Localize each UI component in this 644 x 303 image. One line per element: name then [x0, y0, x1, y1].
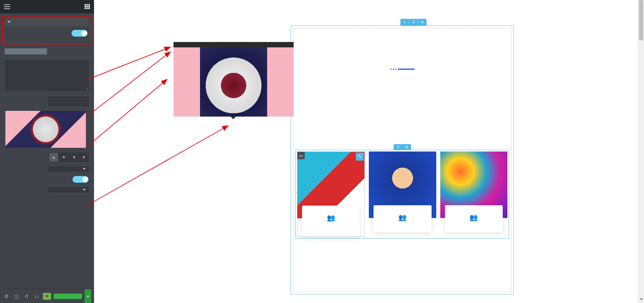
toggle-knob [83, 177, 88, 182]
people-icon: 👥 [451, 213, 497, 221]
trigger-select[interactable] [48, 187, 89, 192]
content-textarea[interactable] [5, 60, 89, 91]
card-body-2: 👥 [374, 205, 431, 232]
position-right-button[interactable] [79, 153, 89, 162]
enable-tooltip-toggle[interactable] [71, 30, 88, 37]
subcontent-row [5, 97, 89, 106]
row-close-button[interactable]: ✕ [402, 144, 411, 150]
tooltip-arrow-icon [231, 117, 236, 119]
card-body-3: 👥 [445, 205, 503, 232]
tooltip-preview [174, 42, 294, 117]
column-handle-button[interactable]: ▭ [297, 152, 305, 159]
inner-dashed: ⠿ ✕ ▭ ✎ 👥 [293, 28, 511, 292]
sidebar-header [0, 0, 94, 13]
card-column-2[interactable]: 👥 [369, 152, 436, 237]
hamburger-icon[interactable] [4, 4, 10, 9]
preview-footer-icon[interactable]: 👁 [43, 293, 51, 300]
arrow-up-icon [52, 157, 55, 158]
arrow-down-icon [62, 157, 65, 158]
section-handle: + ⠿ ✕ [400, 19, 427, 26]
tooltip-image [174, 47, 294, 117]
row-drag-button[interactable]: ⠿ [394, 144, 402, 150]
card-column-1[interactable]: ▭ ✎ 👥 [297, 152, 365, 237]
title-area [293, 28, 511, 82]
cards-row: ⠿ ✕ ▭ ✎ 👥 [295, 150, 509, 239]
divider-dots [390, 69, 396, 70]
tooltip-line2 [174, 45, 294, 47]
editor-tabs [0, 46, 94, 54]
section-drag-button[interactable]: ⠿ [409, 19, 418, 26]
column-controls: ▭ [297, 152, 305, 159]
divider-bar [398, 69, 414, 70]
navigator-footer-icon[interactable]: ◫ [13, 293, 20, 300]
scrollbar-thumb[interactable] [639, 0, 643, 40]
divider [300, 69, 504, 70]
subcontent-input[interactable] [48, 97, 89, 106]
sidebar-footer: ⚙ ◫ ↺ ▭ 👁 [0, 289, 94, 303]
responsive-footer-icon[interactable]: ▭ [33, 293, 40, 300]
section-close-button[interactable]: ✕ [418, 19, 427, 26]
trigger-row [5, 187, 89, 192]
update-caret-button[interactable] [85, 289, 91, 303]
arrow-right-icon [83, 156, 85, 159]
caret-down-icon [8, 21, 10, 23]
toggle-knob [82, 31, 87, 36]
position-left-button[interactable] [69, 153, 79, 162]
highlighted-section [2, 15, 92, 44]
history-footer-icon[interactable]: ↺ [23, 293, 30, 300]
vertical-scrollbar[interactable] [638, 0, 644, 303]
editor-sidebar: ⚙ ◫ ↺ ▭ 👁 [0, 0, 94, 303]
arrow-left-icon [73, 156, 75, 159]
section-add-button[interactable]: + [400, 19, 409, 26]
people-icon: 👥 [308, 214, 354, 222]
card-body-1: 👥 [302, 206, 360, 236]
arrow-toggle[interactable] [72, 176, 89, 183]
section-outline[interactable]: ⠿ ✕ ▭ ✎ 👥 [291, 26, 514, 294]
panel-body [0, 54, 94, 289]
position-buttons [49, 153, 89, 162]
position-top-button[interactable] [49, 153, 58, 162]
tab-settings[interactable] [5, 48, 47, 54]
update-button[interactable] [54, 294, 82, 299]
position-row [5, 153, 89, 162]
people-icon: 👥 [380, 213, 425, 221]
tooltip-line1 [174, 42, 294, 45]
card-column-3[interactable]: 👥 [440, 152, 507, 237]
edit-widget-icon[interactable]: ✎ [356, 153, 364, 161]
arrow-row [5, 176, 89, 183]
image-preview[interactable] [5, 111, 86, 148]
animation-row [5, 167, 89, 171]
enable-tooltip-row [5, 27, 89, 40]
scroll-down-icon[interactable] [640, 298, 643, 302]
caret-up-icon [87, 295, 89, 297]
settings-footer-icon[interactable]: ⚙ [3, 293, 10, 300]
position-bottom-button[interactable] [59, 153, 68, 162]
tooltip-section-header[interactable] [5, 18, 89, 27]
row-handle: ⠿ ✕ [394, 144, 411, 150]
animation-select[interactable] [48, 167, 89, 171]
tab-styles[interactable] [47, 48, 89, 54]
widgets-grid-icon[interactable] [85, 4, 90, 9]
